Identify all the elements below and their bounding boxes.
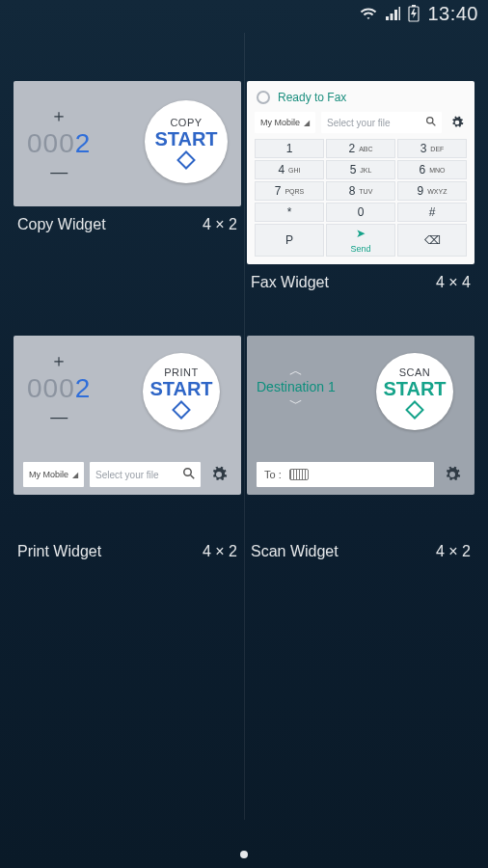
fax-status-text: Ready to Fax bbox=[278, 91, 346, 104]
plus-icon[interactable]: ＋ bbox=[50, 352, 68, 369]
print-start-button[interactable]: PRINT START bbox=[143, 353, 220, 430]
fax-status-dot-icon bbox=[257, 91, 270, 104]
keypad-0[interactable]: 0 bbox=[326, 203, 395, 222]
send-arrow-icon: ➤ bbox=[356, 227, 366, 240]
minus-icon[interactable]: — bbox=[50, 408, 68, 425]
scan-to-field[interactable]: To : bbox=[257, 462, 434, 487]
search-icon bbox=[426, 117, 436, 128]
print-source-dropdown[interactable]: My Mobile ◢ bbox=[23, 462, 84, 487]
copy-start-button[interactable]: COPY START bbox=[145, 100, 228, 183]
keypad-6[interactable]: 6MNO bbox=[397, 160, 467, 179]
keypad-2[interactable]: 2ABC bbox=[326, 139, 395, 158]
fax-file-placeholder: Select your file bbox=[327, 118, 391, 128]
dropdown-triangle-icon: ◢ bbox=[72, 471, 78, 479]
print-count-prefix: 000 bbox=[27, 373, 75, 403]
copy-start-title: COPY bbox=[170, 117, 202, 128]
gear-icon bbox=[444, 466, 461, 483]
svg-point-2 bbox=[427, 118, 433, 123]
widget-tile-copy[interactable]: ＋ 0002 — COPY START Copy Widget 4 × 2 bbox=[14, 81, 241, 233]
fax-widget-name: Fax Widget bbox=[251, 274, 329, 291]
backspace-icon: ⌫ bbox=[424, 233, 441, 247]
battery-charging-icon bbox=[408, 5, 420, 22]
scan-to-bar: To : bbox=[257, 462, 465, 487]
fax-file-bar: My Mobile ◢ Select your file bbox=[255, 112, 467, 133]
keypad-hash[interactable]: # bbox=[397, 203, 467, 222]
wifi-icon bbox=[360, 6, 377, 21]
print-start-label: START bbox=[149, 378, 212, 400]
scan-start-label: START bbox=[383, 378, 446, 400]
keypad-5[interactable]: 5JKL bbox=[326, 160, 395, 179]
fax-widget-size: 4 × 4 bbox=[436, 274, 471, 291]
print-settings-button[interactable] bbox=[206, 462, 231, 487]
print-widget-name: Print Widget bbox=[17, 543, 101, 560]
gear-icon bbox=[450, 116, 464, 129]
fax-settings-button[interactable] bbox=[447, 112, 467, 133]
plus-icon[interactable]: ＋ bbox=[50, 107, 68, 124]
diamond-icon bbox=[405, 400, 424, 420]
keypad-1[interactable]: 1 bbox=[255, 139, 324, 158]
widgets-picker-grid: ＋ 0002 — COPY START Copy Widget 4 × 2 Re… bbox=[14, 33, 474, 560]
fax-keypad: 1 2ABC 3DEF 4GHI 5JKL 6MNO 7PQRS 8TUV 9W… bbox=[255, 139, 467, 257]
fax-status-header: Ready to Fax bbox=[255, 89, 467, 106]
print-count-display: 0002 bbox=[27, 373, 91, 404]
diamond-icon bbox=[176, 150, 196, 170]
widget-tile-print[interactable]: ＋ 0002 — PRINT START My Mobile ◢ bbox=[14, 336, 241, 560]
keypad-backspace[interactable]: ⌫ bbox=[397, 224, 467, 257]
dropdown-triangle-icon: ◢ bbox=[304, 119, 310, 127]
keypad-7[interactable]: 7PQRS bbox=[255, 181, 324, 201]
status-bar: 13:40 bbox=[0, 0, 488, 27]
status-clock: 13:40 bbox=[427, 3, 478, 25]
print-widget-preview: ＋ 0002 — PRINT START My Mobile ◢ bbox=[14, 336, 241, 495]
scan-widget-name: Scan Widget bbox=[251, 543, 339, 560]
gear-icon bbox=[210, 466, 228, 483]
keypad-9[interactable]: 9WXYZ bbox=[397, 181, 467, 201]
keypad-3[interactable]: 3DEF bbox=[397, 139, 467, 158]
fax-source-dropdown[interactable]: My Mobile ◢ bbox=[255, 112, 315, 133]
print-count-last: 2 bbox=[75, 373, 92, 403]
widget-tile-scan[interactable]: ︿ Destination 1 ﹀ SCAN START To : bbox=[247, 336, 474, 560]
keypad-8[interactable]: 8TUV bbox=[326, 181, 395, 201]
fax-file-input[interactable]: Select your file bbox=[321, 112, 442, 133]
scan-widget-preview: ︿ Destination 1 ﹀ SCAN START To : bbox=[247, 336, 474, 495]
keypad-pause[interactable]: P bbox=[255, 224, 324, 257]
scan-widget-size: 4 × 2 bbox=[436, 543, 471, 560]
copy-count-last: 2 bbox=[75, 128, 92, 158]
print-file-placeholder: Select your file bbox=[95, 470, 159, 480]
copy-start-label: START bbox=[154, 128, 217, 150]
scan-start-title: SCAN bbox=[399, 366, 431, 378]
fax-widget-preview: Ready to Fax My Mobile ◢ Select your fil… bbox=[247, 81, 474, 264]
svg-point-4 bbox=[184, 469, 192, 476]
dest-chevrons: ︿ Destination 1 ﹀ bbox=[257, 364, 336, 410]
keyboard-icon bbox=[289, 469, 309, 480]
print-widget-size: 4 × 2 bbox=[203, 543, 237, 560]
keypad-send[interactable]: ➤Send bbox=[326, 224, 395, 257]
page-indicator bbox=[0, 851, 488, 858]
print-start-title: PRINT bbox=[164, 366, 199, 378]
svg-line-3 bbox=[432, 122, 435, 125]
copy-widget-size: 4 × 2 bbox=[203, 216, 237, 233]
minus-icon[interactable]: — bbox=[50, 163, 68, 180]
svg-rect-1 bbox=[412, 5, 416, 7]
chevron-up-icon[interactable]: ︿ bbox=[289, 364, 303, 377]
scan-settings-button[interactable] bbox=[440, 462, 465, 487]
print-counter: ＋ 0002 — bbox=[27, 352, 91, 425]
copy-widget-caption: Copy Widget 4 × 2 bbox=[14, 206, 241, 233]
svg-line-5 bbox=[191, 475, 195, 479]
keypad-star[interactable]: * bbox=[255, 203, 324, 222]
print-file-bar: My Mobile ◢ Select your file bbox=[23, 462, 231, 487]
scan-widget-caption: Scan Widget 4 × 2 bbox=[247, 533, 474, 560]
diamond-icon bbox=[172, 400, 191, 420]
scan-destination-label: Destination 1 bbox=[257, 379, 336, 394]
scan-start-button[interactable]: SCAN START bbox=[376, 353, 453, 430]
copy-counter: ＋ 0002 — bbox=[27, 107, 91, 180]
scan-to-label: To : bbox=[264, 469, 282, 480]
search-icon bbox=[183, 468, 195, 481]
page-dot-current bbox=[240, 851, 248, 858]
copy-count-prefix: 000 bbox=[27, 128, 75, 158]
copy-widget-name: Copy Widget bbox=[17, 216, 106, 233]
chevron-down-icon[interactable]: ﹀ bbox=[289, 396, 303, 410]
fax-source-label: My Mobile bbox=[260, 118, 300, 127]
print-file-input[interactable]: Select your file bbox=[90, 462, 201, 487]
widget-tile-fax[interactable]: Ready to Fax My Mobile ◢ Select your fil… bbox=[247, 81, 474, 291]
keypad-4[interactable]: 4GHI bbox=[255, 160, 324, 179]
